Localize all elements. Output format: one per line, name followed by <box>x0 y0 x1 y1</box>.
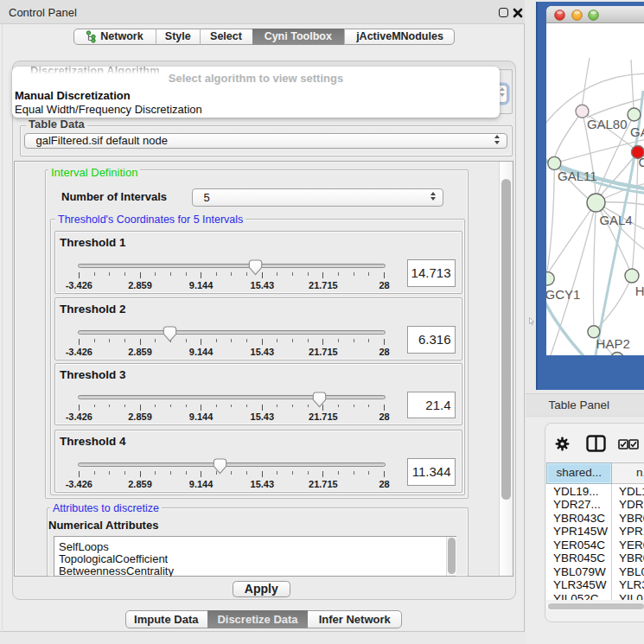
svg-text:GAL80: GAL80 <box>586 117 627 131</box>
svg-text:GA: GA <box>629 124 644 139</box>
svg-text:GAL4: GAL4 <box>599 213 632 227</box>
svg-text:HAP2: HAP2 <box>596 336 629 351</box>
svg-text:H: H <box>634 284 644 298</box>
svg-text:GAL11: GAL11 <box>558 169 597 183</box>
svg-text:GCY1: GCY1 <box>546 287 580 302</box>
svg-text:CY: CY <box>638 155 644 169</box>
